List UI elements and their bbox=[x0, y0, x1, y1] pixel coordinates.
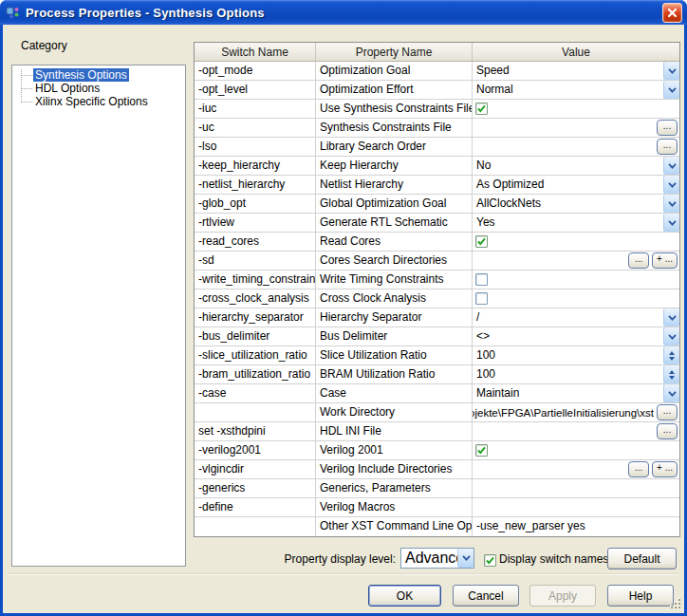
table-row: -hierarchy_separatorHierarchy Separator/ bbox=[195, 308, 679, 327]
value-spinner[interactable]: 100 bbox=[473, 346, 679, 364]
value-combobox[interactable]: No bbox=[473, 157, 679, 175]
chevron-down-icon[interactable] bbox=[663, 308, 679, 327]
property-display-level-combobox[interactable]: Advanced bbox=[400, 548, 474, 569]
chevron-down-icon[interactable] bbox=[663, 62, 679, 80]
switch-name-cell: -netlist_hierarchy bbox=[195, 176, 316, 194]
value-text bbox=[473, 479, 476, 497]
browse-button[interactable]: ... bbox=[628, 461, 649, 477]
value-checkbox[interactable] bbox=[475, 292, 488, 305]
window-title: Process Properties - Synthesis Options bbox=[26, 6, 662, 20]
table-row: -genericsGenerics, Parameters bbox=[195, 479, 679, 498]
switch-name-cell: -opt_level bbox=[195, 81, 316, 99]
switch-name-cell: set -xsthdpini bbox=[195, 422, 316, 440]
switch-name-cell: -glob_opt bbox=[195, 195, 316, 213]
switch-name-cell: -generics bbox=[195, 479, 316, 497]
spinner-up-down-icon[interactable] bbox=[663, 365, 679, 383]
property-name-cell: Netlist Hierarchy bbox=[316, 176, 473, 194]
value-checkbox[interactable] bbox=[475, 235, 488, 248]
header-value: Value bbox=[473, 43, 679, 61]
switch-name-cell bbox=[195, 403, 316, 421]
property-name-cell: Synthesis Constraints File bbox=[316, 119, 473, 137]
value-combobox[interactable]: Normal bbox=[473, 81, 679, 99]
value-cell: <> bbox=[473, 327, 679, 345]
value-field: rojekte\FPGA\PartielleInitialisierung\xs… bbox=[473, 403, 679, 421]
value-cell: -use_new_parser yes bbox=[473, 517, 679, 536]
chevron-down-icon[interactable] bbox=[663, 214, 679, 232]
table-row: -rtlviewGenerate RTL SchematicYes bbox=[195, 214, 679, 233]
table-row: -bus_delimiterBus Delimiter<> bbox=[195, 327, 679, 346]
browse-button[interactable]: ... bbox=[657, 404, 678, 420]
tree-item-xilinx-specific-options[interactable]: Xilinx Specific Options bbox=[21, 95, 185, 108]
footer-separator bbox=[8, 573, 679, 575]
close-icon[interactable] bbox=[662, 3, 682, 23]
property-display-level-label: Property display level: bbox=[239, 552, 396, 566]
property-name-cell: Global Optimization Goal bbox=[316, 195, 473, 213]
cancel-button[interactable]: Cancel bbox=[453, 585, 519, 607]
chevron-down-icon[interactable] bbox=[663, 157, 679, 175]
chevron-down-icon[interactable] bbox=[457, 549, 473, 568]
value-combobox[interactable]: Speed bbox=[473, 62, 679, 80]
value-combobox[interactable]: As Optimized bbox=[473, 176, 679, 194]
value-combobox[interactable]: / bbox=[473, 308, 679, 327]
table-row: -netlist_hierarchyNetlist HierarchyAs Op… bbox=[195, 176, 679, 195]
property-name-cell: Optimization Goal bbox=[316, 62, 473, 80]
process-properties-dialog: Process Properties - Synthesis Options C… bbox=[0, 0, 687, 616]
value-text bbox=[473, 498, 476, 516]
title-bar[interactable]: Process Properties - Synthesis Options bbox=[0, 0, 687, 25]
combobox-value: AllClockNets bbox=[473, 195, 663, 213]
ok-button[interactable]: OK bbox=[368, 585, 441, 607]
help-button[interactable]: Help bbox=[607, 585, 674, 607]
display-switch-names-label: Display switch names bbox=[499, 552, 608, 566]
switch-name-cell: -verilog2001 bbox=[195, 441, 316, 459]
table-body: -opt_modeOptimization GoalSpeed-opt_leve… bbox=[195, 62, 679, 536]
add-browse-button[interactable]: + ... bbox=[652, 461, 678, 477]
value-cell: As Optimized bbox=[473, 176, 679, 194]
dialog-body: Category Synthesis Options HDL Options X… bbox=[3, 25, 684, 613]
value-cell: / bbox=[473, 308, 679, 327]
table-row: -defineVerilog Macros bbox=[195, 498, 679, 517]
browse-button[interactable]: ... bbox=[628, 252, 649, 269]
default-button[interactable]: Default bbox=[607, 548, 677, 569]
property-name-cell: Generics, Parameters bbox=[316, 479, 473, 497]
spinner-up-down-icon[interactable] bbox=[663, 346, 679, 364]
property-name-cell: Work Directory bbox=[316, 403, 473, 421]
chevron-down-icon[interactable] bbox=[663, 384, 679, 402]
table-row: -opt_levelOptimization EffortNormal bbox=[195, 81, 679, 100]
value-combobox[interactable]: <> bbox=[473, 327, 679, 345]
value-combobox[interactable]: Maintain bbox=[473, 384, 679, 402]
table-row: -caseCaseMaintain bbox=[195, 384, 679, 403]
switch-name-cell: -cross_clock_analysis bbox=[195, 289, 316, 308]
chevron-down-icon[interactable] bbox=[663, 327, 679, 345]
display-switch-names-checkbox[interactable] bbox=[484, 554, 496, 567]
value-cell: Maintain bbox=[473, 384, 679, 402]
browse-button[interactable]: ... bbox=[657, 120, 678, 136]
apply-button[interactable]: Apply bbox=[529, 585, 596, 607]
property-display-level-value: Advanced bbox=[401, 549, 457, 568]
value-checkbox[interactable] bbox=[475, 444, 488, 457]
combobox-value: Speed bbox=[473, 62, 663, 80]
switch-name-cell: -bus_delimiter bbox=[195, 327, 316, 345]
resize-grip-icon[interactable] bbox=[669, 598, 682, 611]
browse-button[interactable]: ... bbox=[657, 423, 678, 439]
property-name-cell: BRAM Utilization Ratio bbox=[316, 365, 473, 383]
chevron-down-icon[interactable] bbox=[663, 81, 679, 99]
table-row: -vlgincdirVerilog Include Directories...… bbox=[195, 460, 679, 479]
table-row: Work Directoryrojekte\FPGA\PartielleInit… bbox=[195, 403, 679, 422]
value-cell bbox=[473, 271, 679, 289]
chevron-down-icon[interactable] bbox=[663, 176, 679, 194]
value-combobox[interactable]: AllClockNets bbox=[473, 195, 679, 213]
value-checkbox[interactable] bbox=[475, 103, 488, 115]
browse-button[interactable]: ... bbox=[657, 139, 678, 155]
value-combobox[interactable]: Yes bbox=[473, 214, 679, 232]
switch-name-cell: -opt_mode bbox=[195, 62, 316, 80]
chevron-down-icon[interactable] bbox=[663, 195, 679, 213]
switch-name-cell: -hierarchy_separator bbox=[195, 308, 316, 327]
add-browse-button[interactable]: + ... bbox=[652, 252, 678, 269]
spinner-value: 100 bbox=[473, 346, 663, 364]
value-checkbox[interactable] bbox=[475, 273, 488, 286]
table-row: -opt_modeOptimization GoalSpeed bbox=[195, 62, 679, 81]
combobox-value: No bbox=[473, 157, 663, 175]
value-spinner[interactable]: 100 bbox=[473, 365, 679, 383]
tree-item-hdl-options[interactable]: HDL Options bbox=[21, 82, 185, 95]
tree-item-synthesis-options[interactable]: Synthesis Options bbox=[21, 68, 185, 82]
